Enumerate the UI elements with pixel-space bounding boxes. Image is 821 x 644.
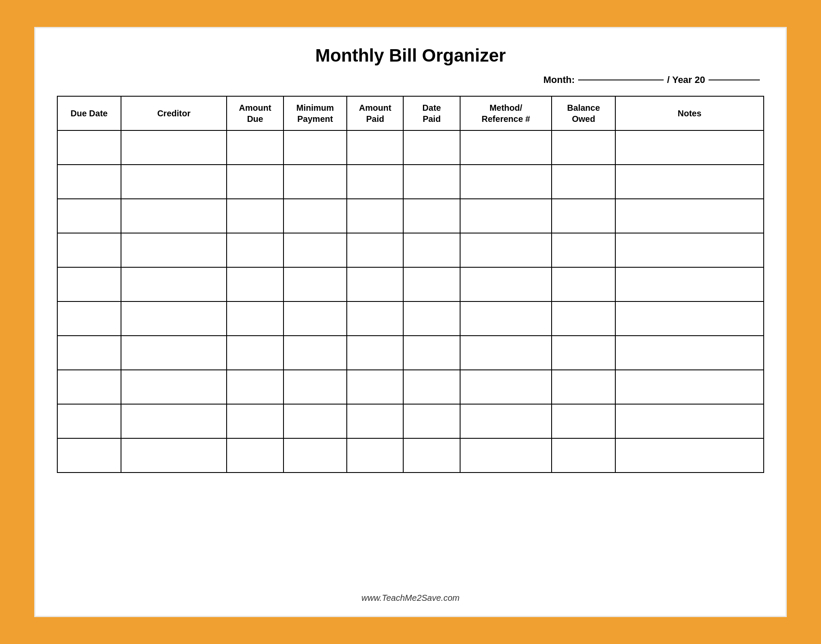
table-cell	[615, 267, 764, 301]
table-cell	[227, 438, 283, 473]
table-cell	[284, 199, 347, 233]
table-cell	[347, 165, 403, 199]
table-cell	[284, 336, 347, 370]
table-cell	[403, 199, 460, 233]
table-cell	[552, 438, 615, 473]
table-cell	[460, 301, 552, 336]
table-cell	[57, 404, 121, 438]
table-cell	[57, 165, 121, 199]
table-cell	[284, 233, 347, 267]
year-label: / Year 20	[667, 74, 705, 86]
table-cell	[347, 233, 403, 267]
table-cell	[227, 404, 283, 438]
table-cell	[347, 199, 403, 233]
table-cell	[552, 130, 615, 165]
table-row	[57, 165, 764, 199]
year-input-line	[709, 80, 760, 80]
table-cell	[57, 336, 121, 370]
table-cell	[615, 336, 764, 370]
table-row	[57, 233, 764, 267]
table-cell	[227, 336, 283, 370]
table-cell	[552, 301, 615, 336]
table-cell	[121, 438, 227, 473]
table-cell	[227, 301, 283, 336]
table-cell	[347, 267, 403, 301]
table-cell	[403, 165, 460, 199]
table-cell	[347, 130, 403, 165]
table-cell	[121, 336, 227, 370]
table-cell	[284, 130, 347, 165]
table-cell	[121, 301, 227, 336]
table-cell	[227, 233, 283, 267]
table-cell	[227, 370, 283, 404]
table-cell	[227, 267, 283, 301]
table-cell	[121, 370, 227, 404]
table-cell	[57, 233, 121, 267]
table-cell	[403, 404, 460, 438]
table-cell	[460, 404, 552, 438]
table-row	[57, 438, 764, 473]
header-method-ref: Method/Reference #	[460, 96, 552, 130]
table-cell	[57, 267, 121, 301]
table-cell	[403, 233, 460, 267]
table-cell	[615, 404, 764, 438]
month-label: Month:	[543, 74, 575, 86]
table-cell	[57, 370, 121, 404]
table-cell	[460, 336, 552, 370]
table-cell	[121, 233, 227, 267]
page-container: Monthly Bill Organizer Month: / Year 20 …	[34, 27, 787, 617]
table-cell	[347, 370, 403, 404]
table-cell	[552, 336, 615, 370]
month-year-row: Month: / Year 20	[57, 74, 764, 86]
table-cell	[403, 301, 460, 336]
table-cell	[615, 370, 764, 404]
table-cell	[615, 438, 764, 473]
table-cell	[227, 165, 283, 199]
table-cell	[403, 438, 460, 473]
footer-website: www.TeachMe2Save.com	[361, 593, 459, 603]
table-cell	[552, 370, 615, 404]
table-cell	[347, 438, 403, 473]
table-cell	[347, 336, 403, 370]
month-input-line	[578, 80, 664, 80]
table-cell	[284, 438, 347, 473]
table-cell	[552, 404, 615, 438]
table-cell	[227, 130, 283, 165]
table-cell	[460, 267, 552, 301]
table-cell	[284, 301, 347, 336]
table-cell	[57, 130, 121, 165]
header-date-paid: DatePaid	[403, 96, 460, 130]
table-cell	[403, 130, 460, 165]
table-cell	[57, 301, 121, 336]
bill-table: Due Date Creditor AmountDue MinimumPayme…	[57, 96, 764, 473]
table-cell	[284, 165, 347, 199]
table-cell	[121, 404, 227, 438]
table-cell	[57, 438, 121, 473]
header-amount-due: AmountDue	[227, 96, 283, 130]
table-cell	[403, 370, 460, 404]
table-cell	[227, 199, 283, 233]
table-row	[57, 267, 764, 301]
table-cell	[552, 199, 615, 233]
table-cell	[284, 404, 347, 438]
table-row	[57, 130, 764, 165]
header-notes: Notes	[615, 96, 764, 130]
table-cell	[403, 336, 460, 370]
table-row	[57, 404, 764, 438]
table-cell	[121, 165, 227, 199]
table-cell	[403, 267, 460, 301]
table-cell	[615, 233, 764, 267]
table-cell	[57, 199, 121, 233]
table-cell	[460, 165, 552, 199]
table-body	[57, 130, 764, 473]
table-cell	[460, 370, 552, 404]
page-title: Monthly Bill Organizer	[315, 45, 506, 66]
table-cell	[347, 301, 403, 336]
table-cell	[460, 233, 552, 267]
table-cell	[121, 130, 227, 165]
table-cell	[460, 199, 552, 233]
table-cell	[552, 267, 615, 301]
table-cell	[347, 404, 403, 438]
table-cell	[615, 130, 764, 165]
header-creditor: Creditor	[121, 96, 227, 130]
